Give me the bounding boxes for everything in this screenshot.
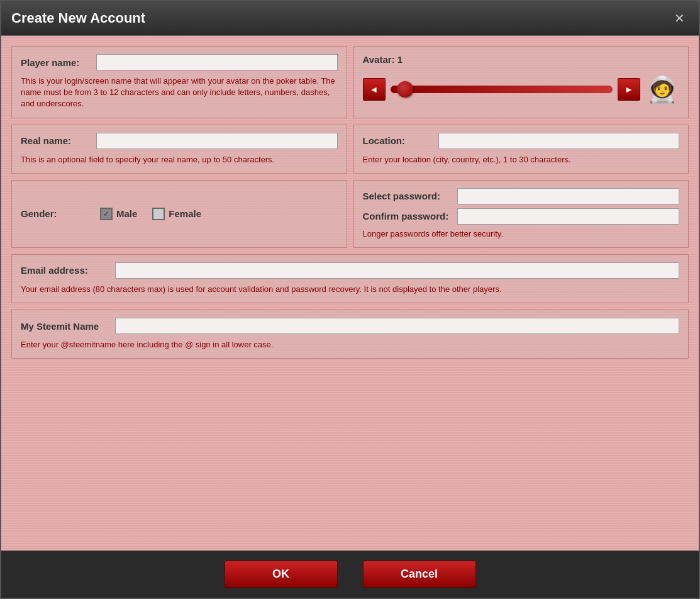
steemit-panel: My Steemit Name Enter your @steemitname … bbox=[11, 310, 689, 359]
avatar-icon: 🧑‍🚀 bbox=[645, 72, 679, 106]
female-label: Female bbox=[169, 208, 201, 219]
email-panel: Email address: Your email address (80 ch… bbox=[11, 254, 689, 303]
player-name-help: This is your login/screen name that will… bbox=[21, 76, 338, 110]
dialog-title: Create New Account bbox=[11, 10, 145, 26]
location-panel: Location: Enter your location (city, cou… bbox=[353, 125, 689, 174]
dialog-footer: OK Cancel bbox=[1, 551, 699, 598]
real-name-input[interactable] bbox=[96, 133, 338, 149]
close-button[interactable]: ✕ bbox=[670, 11, 689, 26]
male-checkbox[interactable] bbox=[100, 208, 113, 220]
female-checkbox[interactable] bbox=[152, 208, 165, 220]
avatar-label: Avatar: 1 bbox=[363, 54, 680, 65]
email-row: Email address: bbox=[21, 262, 679, 279]
dialog-body: Player name: This is your login/screen n… bbox=[1, 36, 699, 551]
avatar-slider-track[interactable] bbox=[391, 86, 613, 93]
top-row: Player name: This is your login/screen n… bbox=[11, 46, 689, 118]
avatar-section: Avatar: 1 ◄ ► 🧑‍🚀 bbox=[363, 54, 680, 106]
email-input[interactable] bbox=[115, 262, 679, 279]
ok-button[interactable]: OK bbox=[225, 561, 338, 588]
avatar-next-button[interactable]: ► bbox=[618, 78, 640, 101]
steemit-help: Enter your @steemitname here including t… bbox=[21, 339, 679, 350]
location-row: Location: bbox=[363, 133, 680, 149]
location-label: Location: bbox=[363, 135, 432, 146]
gender-options: Male Female bbox=[100, 208, 201, 220]
player-name-input[interactable] bbox=[96, 54, 338, 70]
select-password-row: Select password: bbox=[363, 188, 680, 204]
player-name-label: Player name: bbox=[21, 57, 90, 68]
confirm-password-row: Confirm password: bbox=[363, 208, 680, 225]
avatar-controls: ◄ ► 🧑‍🚀 bbox=[363, 72, 680, 106]
cancel-button[interactable]: Cancel bbox=[363, 561, 476, 588]
location-help: Enter your location (city, country, etc.… bbox=[363, 154, 680, 165]
select-password-input[interactable] bbox=[457, 188, 680, 204]
avatar-panel: Avatar: 1 ◄ ► 🧑‍🚀 bbox=[353, 46, 689, 118]
steemit-label: My Steemit Name bbox=[21, 321, 109, 332]
player-name-row: Player name: bbox=[21, 54, 338, 70]
create-account-dialog: Create New Account ✕ Player name: This i… bbox=[0, 0, 700, 599]
gender-panel: Gender: Male Female bbox=[11, 180, 347, 248]
confirm-password-input[interactable] bbox=[457, 208, 680, 225]
player-name-panel: Player name: This is your login/screen n… bbox=[11, 46, 347, 118]
location-input[interactable] bbox=[438, 133, 680, 149]
title-bar: Create New Account ✕ bbox=[1, 1, 699, 36]
real-name-help: This is an optional field to specify you… bbox=[21, 154, 338, 165]
gender-label: Gender: bbox=[21, 208, 90, 219]
real-name-row: Real name: bbox=[21, 133, 338, 149]
male-option[interactable]: Male bbox=[100, 208, 137, 220]
avatar-figure: 🧑‍🚀 bbox=[647, 77, 678, 102]
avatar-prev-button[interactable]: ◄ bbox=[363, 78, 386, 101]
male-label: Male bbox=[116, 208, 137, 219]
middle-row: Real name: This is an optional field to … bbox=[11, 125, 689, 174]
confirm-password-label: Confirm password: bbox=[363, 211, 451, 221]
password-panel: Select password: Confirm password: Longe… bbox=[353, 180, 689, 248]
email-help: Your email address (80 characters max) i… bbox=[21, 284, 679, 295]
avatar-slider-thumb[interactable] bbox=[397, 81, 413, 98]
password-help: Longer passwords offer better security. bbox=[363, 228, 680, 240]
steemit-row: My Steemit Name bbox=[21, 318, 679, 334]
steemit-input[interactable] bbox=[115, 318, 679, 334]
gender-password-row: Gender: Male Female Select password: bbox=[11, 180, 689, 248]
email-label: Email address: bbox=[21, 265, 109, 276]
select-password-label: Select password: bbox=[363, 191, 451, 201]
female-option[interactable]: Female bbox=[152, 208, 201, 220]
real-name-panel: Real name: This is an optional field to … bbox=[11, 125, 347, 174]
real-name-label: Real name: bbox=[21, 135, 90, 146]
